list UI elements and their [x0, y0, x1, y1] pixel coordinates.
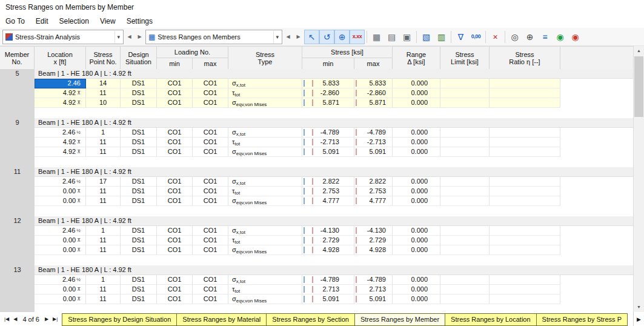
stress-ratio-cell[interactable]	[490, 98, 560, 108]
stress-max-cell[interactable]: 5.091	[354, 147, 393, 157]
tab-stress-ranges-by-stress-p[interactable]: Stress Ranges by Stress P	[536, 313, 628, 326]
zoom-cursor-button[interactable]: ⊕	[334, 30, 350, 44]
design-situation-cell[interactable]: DS1	[121, 285, 157, 294]
stress-limit-cell[interactable]	[440, 285, 490, 294]
table-row[interactable]: 4.92⊼10DS1CO1CO1σeqv,von Mises5.8715.871…	[0, 98, 634, 108]
member-number-cell[interactable]: 13	[0, 265, 35, 275]
stress-point-cell[interactable]: 1	[86, 275, 121, 285]
stress-min-cell[interactable]: 5.833	[302, 79, 354, 88]
stress-max-cell[interactable]: 5.091	[354, 294, 393, 304]
stress-point-cell[interactable]: 17	[86, 177, 121, 187]
table-prev-button[interactable]: ◀	[284, 30, 293, 44]
loading-min-cell[interactable]: CO1	[157, 294, 193, 304]
stress-min-cell[interactable]: 5.091	[302, 147, 354, 157]
stress-point-cell[interactable]: 11	[86, 294, 121, 304]
stress-point-cell[interactable]: 11	[86, 196, 121, 206]
loading-max-cell[interactable]: CO1	[193, 196, 228, 206]
loading-max-cell[interactable]: CO1	[193, 226, 228, 236]
scroll-up-icon[interactable]: ▲	[634, 46, 644, 56]
location-cell[interactable]: 0.00⊼	[35, 196, 86, 206]
table-row[interactable]: 0.00⊼11DS1CO1CO1σeqv,von Mises4.9284.928…	[0, 245, 634, 255]
stress-limit-cell[interactable]	[440, 236, 490, 245]
last-table-button[interactable]: ▶|	[51, 313, 59, 325]
stress-type-cell[interactable]: σx,tot	[228, 275, 302, 285]
loading-min-cell[interactable]: CO1	[157, 79, 193, 88]
stress-max-cell[interactable]: 2.753	[354, 187, 393, 196]
design-situation-cell[interactable]: DS1	[121, 294, 157, 304]
design-situation-cell[interactable]: DS1	[121, 138, 157, 147]
stress-min-cell[interactable]: 5.871	[302, 98, 354, 108]
stress-max-cell[interactable]: 2.729	[354, 236, 393, 245]
table-row[interactable]: 2.4614DS1CO1CO1σx,tot5.8335.8330.000	[0, 79, 634, 88]
stress-max-cell[interactable]: 2.822	[354, 177, 393, 187]
location-cell[interactable]: 2.46½	[35, 177, 86, 187]
table-row[interactable]: 2.46½1DS1CO1CO1σx,tot-4.789-4.7890.000	[0, 128, 634, 138]
stress-ratio-cell[interactable]	[490, 128, 560, 138]
range-cell[interactable]: 0.000	[393, 88, 440, 98]
loading-min-cell[interactable]: CO1	[157, 196, 193, 206]
loading-min-cell[interactable]: CO1	[157, 177, 193, 187]
design-situation-cell[interactable]: DS1	[121, 196, 157, 206]
loading-min-cell[interactable]: CO1	[157, 245, 193, 255]
loading-min-cell[interactable]: CO1	[157, 236, 193, 245]
stress-type-cell[interactable]: σx,tot	[228, 128, 302, 138]
menu-item-go-to[interactable]: Go To	[0, 15, 30, 28]
analysis-prev-button[interactable]: ◀	[125, 30, 134, 44]
loading-min-cell[interactable]: CO1	[157, 128, 193, 138]
analysis-next-button[interactable]: ▶	[135, 30, 144, 44]
stress-max-cell[interactable]: -4.789	[354, 275, 393, 285]
prev-table-button[interactable]: ◀	[12, 313, 19, 325]
stress-limit-cell[interactable]	[440, 275, 490, 285]
loading-max-cell[interactable]: CO1	[193, 98, 228, 108]
location-cell[interactable]: 2.46½	[35, 275, 86, 285]
stress-type-cell[interactable]: τtot	[228, 187, 302, 196]
stress-min-cell[interactable]: 2.713	[302, 285, 354, 294]
design-situation-cell[interactable]: DS1	[121, 88, 157, 98]
tab-stress-ranges-by-member[interactable]: Stress Ranges by Member	[354, 313, 445, 326]
group-header-row[interactable]: 12Beam | 1 - HE 180 A | L : 4.92 ft	[0, 216, 634, 226]
menu-item-edit[interactable]: Edit	[30, 15, 54, 28]
zoom-table-button[interactable]: ⊕	[522, 30, 537, 44]
stress-point-cell[interactable]: 11	[86, 245, 121, 255]
menu-item-view[interactable]: View	[95, 15, 121, 28]
stress-ratio-cell[interactable]	[490, 236, 560, 245]
range-cell[interactable]: 0.000	[393, 245, 440, 255]
group-header-row[interactable]: 5Beam | 1 - HE 180 A | L : 4.92 ft	[0, 69, 634, 79]
stress-type-cell[interactable]: τtot	[228, 88, 302, 98]
location-cell[interactable]: 2.46½	[35, 128, 86, 138]
loading-max-cell[interactable]: CO1	[193, 187, 228, 196]
stress-ratio-cell[interactable]	[490, 245, 560, 255]
stress-type-cell[interactable]: σx,tot	[228, 177, 302, 187]
stress-type-cell[interactable]: τtot	[228, 285, 302, 294]
filter-button[interactable]: ∇	[453, 30, 468, 44]
result-diagram-button[interactable]: ≡	[537, 30, 553, 44]
stress-ratio-cell[interactable]	[490, 294, 560, 304]
stress-limit-cell[interactable]	[440, 245, 490, 255]
design-situation-cell[interactable]: DS1	[121, 245, 157, 255]
loading-max-cell[interactable]: CO1	[193, 138, 228, 147]
table-row[interactable]: 0.00⊼11DS1CO1CO1τtot2.7132.7130.000	[0, 285, 634, 294]
lasso-select-button[interactable]: ↺	[319, 30, 334, 44]
tabs-scroll-right-button[interactable]: ▶	[633, 312, 644, 326]
location-cell[interactable]: 0.00⊼	[35, 236, 86, 245]
stress-limit-cell[interactable]	[440, 128, 490, 138]
stress-min-cell[interactable]: 2.729	[302, 236, 354, 245]
result-table-dropdown[interactable]: ▦ Stress Ranges on Members ▾	[145, 30, 282, 44]
location-cell[interactable]: 0.00⊼	[35, 187, 86, 196]
stress-point-cell[interactable]: 11	[86, 147, 121, 157]
stress-max-cell[interactable]: -4.789	[354, 128, 393, 138]
stress-min-cell[interactable]: -2.713	[302, 138, 354, 147]
stress-point-cell[interactable]: 10	[86, 98, 121, 108]
scroll-down-icon[interactable]: ▼	[634, 302, 644, 312]
stress-ratio-cell[interactable]	[490, 177, 560, 187]
menu-item-settings[interactable]: Settings	[121, 15, 158, 28]
table-row[interactable]: 2.46½1DS1CO1CO1σx,tot-4.130-4.1300.000	[0, 226, 634, 236]
design-situation-cell[interactable]: DS1	[121, 147, 157, 157]
loading-min-cell[interactable]: CO1	[157, 88, 193, 98]
stress-type-cell[interactable]: σeqv,von Mises	[228, 245, 302, 255]
search-button[interactable]: ◎	[507, 30, 522, 44]
menu-item-selection[interactable]: Selection	[54, 15, 95, 28]
stress-limit-cell[interactable]	[440, 147, 490, 157]
stress-point-cell[interactable]: 1	[86, 226, 121, 236]
stress-type-cell[interactable]: σeqv,von Mises	[228, 98, 302, 108]
